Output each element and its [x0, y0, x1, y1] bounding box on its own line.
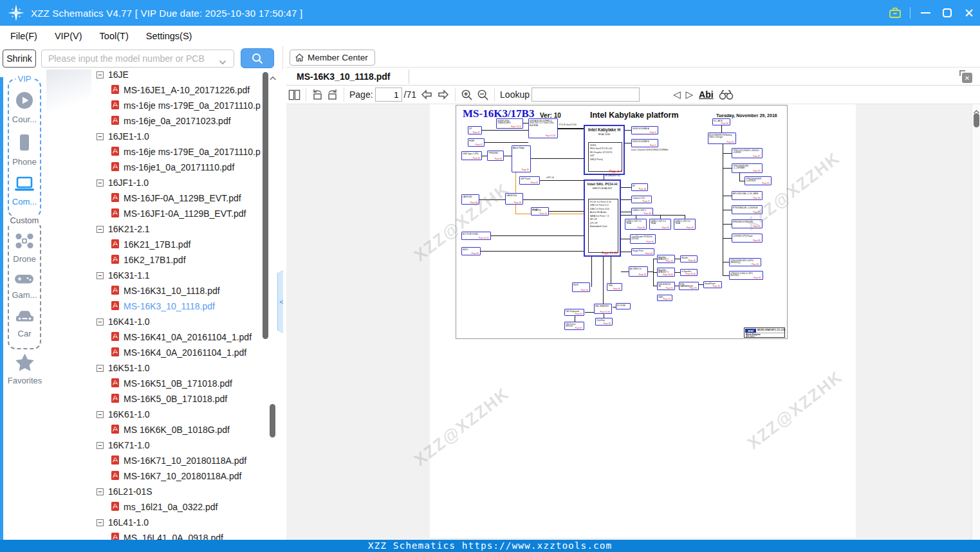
collapse-panel-handle[interactable]: <: [277, 268, 283, 335]
page-ref: Page 85: [763, 182, 770, 184]
tree-file[interactable]: MS-16K5_0B_171018.pdf: [97, 391, 261, 407]
member-center-button[interactable]: Member Center: [290, 50, 375, 66]
viewer-scrollbar[interactable]: [972, 104, 980, 540]
rotate-left-button[interactable]: [311, 89, 323, 100]
schematic-wire: [481, 251, 584, 252]
page-number-input[interactable]: [375, 87, 402, 102]
schematic-wire: [625, 143, 631, 143]
lookup-input[interactable]: [532, 87, 640, 102]
menu-settings-s[interactable]: Settings(S): [146, 31, 192, 41]
previous-page-button[interactable]: [420, 89, 433, 100]
close-document-button[interactable]: ✕: [959, 70, 972, 83]
panel-scrollbar-thumb[interactable]: [270, 404, 275, 437]
page-ref: Page 40: [666, 260, 673, 262]
tree-folder[interactable]: 16K51-1.0: [97, 360, 261, 376]
menu-tool-t[interactable]: Tool(T): [100, 31, 129, 41]
tree-file[interactable]: MS-16K3_10_1118.pdf: [97, 299, 261, 314]
tree-file[interactable]: MS 16K6K_0B_1018G.pdf: [97, 422, 261, 437]
scroll-up-icon[interactable]: [269, 72, 277, 84]
minimize-button[interactable]: [914, 0, 936, 26]
tree-file[interactable]: MS-16JF1-0A_1129B_EVT.pdf: [97, 206, 261, 221]
collapse-toggle-icon[interactable]: [97, 318, 104, 326]
collapse-toggle-icon[interactable]: [97, 272, 104, 279]
search-button[interactable]: [241, 48, 274, 68]
tree-file[interactable]: ms_16l21_0a_0322.pdf: [97, 499, 261, 515]
sidebar-item-drone[interactable]: Drone: [13, 232, 35, 264]
tree-folder[interactable]: 16JE1-1.0: [97, 129, 261, 144]
tree-scrollbar-thumb[interactable]: [263, 72, 268, 339]
tree-folder[interactable]: 16K61-1.0: [97, 407, 261, 422]
rotate-right-button[interactable]: [327, 89, 338, 100]
collapse-toggle-icon[interactable]: [97, 179, 104, 187]
sidebar-group-vip: VIPCour...PhoneCom...: [8, 78, 41, 217]
tree-item-label: MS-16K3_10_1118.pdf: [124, 301, 215, 311]
collapse-toggle-icon[interactable]: [97, 488, 104, 495]
status-bar: XZZ Schematics https://www.xzztools.com: [0, 540, 980, 552]
schematic-wire: [531, 158, 584, 159]
collapse-toggle-icon[interactable]: [97, 133, 104, 140]
tree-file[interactable]: MS-16K4_0A_20161104_1.pdf: [97, 345, 261, 360]
schematic-block-ddr4-sodimm-a: DDR4 SODIMM APage 8: [631, 126, 658, 134]
find-next-button[interactable]: ▷: [686, 89, 694, 100]
close-button[interactable]: ✕: [958, 0, 980, 26]
tree-file[interactable]: 16K2_17B1.pdf: [97, 252, 261, 268]
tree-file[interactable]: ms-16je_0a_20171023.pdf: [97, 113, 261, 129]
tree-file[interactable]: MS_16L41_0A_0918.pdf: [97, 530, 261, 540]
tree-file[interactable]: 16K21_17B1.pdf: [97, 237, 261, 252]
maximize-button[interactable]: [936, 0, 958, 26]
vip-briefcase-icon[interactable]: [884, 0, 906, 26]
tree-folder[interactable]: 16K21-2.1: [97, 221, 261, 237]
tree-file[interactable]: MS-16JF-0A_1129B_EVT.pdf: [97, 190, 261, 206]
shrink-button[interactable]: Shrink: [3, 50, 36, 68]
sidebar-item-cour[interactable]: Cour...: [12, 91, 37, 124]
sidebar-item-favorites[interactable]: Favorites: [3, 353, 46, 385]
tab-document[interactable]: MS-16K3_10_1118.pdf: [297, 71, 391, 82]
zoom-out-button[interactable]: [477, 89, 489, 101]
collapse-toggle-icon[interactable]: [97, 365, 104, 372]
tree-folder[interactable]: 16JE: [97, 69, 261, 82]
tree-folder[interactable]: 16K71-1.0: [97, 437, 261, 453]
tree-folder[interactable]: 16JF1-1.0: [97, 175, 261, 190]
schematic-block-led-keyboard: LED KeyboardPage 59: [564, 309, 584, 316]
zoom-in-button[interactable]: [461, 89, 473, 101]
next-page-button[interactable]: [437, 89, 450, 100]
tree-file[interactable]: ms-16je1_0a_20171110.pdf: [97, 160, 261, 175]
search-input[interactable]: [41, 50, 234, 68]
schematic-wire: [621, 199, 631, 200]
sidebar-item-car[interactable]: Car: [14, 309, 35, 338]
tree-file[interactable]: MS-16JE1_A-10_20171226.pdf: [97, 82, 261, 98]
collapse-toggle-icon[interactable]: [97, 71, 104, 78]
tree-file[interactable]: MS-16K71_10_20180118A.pdf: [97, 453, 261, 468]
tree-file[interactable]: MS-16K51_0B_171018.pdf: [97, 376, 261, 391]
page-ref: Page 36: [690, 287, 697, 289]
pdf-icon: [111, 532, 120, 540]
chevron-down-icon[interactable]: [219, 56, 227, 68]
pdf-icon: [111, 347, 120, 359]
menu-file-f[interactable]: File(F): [10, 31, 37, 41]
tree-folder[interactable]: 16L41-1.0: [97, 515, 261, 530]
tree-file[interactable]: ms-16je ms-179E_0a_20171110.p: [97, 144, 261, 160]
tree-folder[interactable]: 16K31-1.1: [97, 268, 261, 283]
menu-vip-v[interactable]: VIP(V): [55, 31, 82, 41]
collapse-toggle-icon[interactable]: [97, 519, 104, 526]
pch-page-ref: Page 21-24: [602, 252, 618, 255]
sidebar-item-phone[interactable]: Phone: [12, 133, 37, 167]
sidebar-item-gam[interactable]: Gam...: [12, 273, 37, 300]
tree-folder[interactable]: 16L21-01S: [97, 484, 261, 499]
find-previous-button[interactable]: ◁: [673, 89, 681, 100]
match-case-button[interactable]: Abi: [699, 89, 714, 100]
schematic-date: Tuesday, November 29, 2016: [716, 113, 777, 118]
tree-item-label: ms_16l21_0a_0322.pdf: [124, 502, 217, 512]
collapse-toggle-icon[interactable]: [97, 411, 104, 418]
two-page-view-button[interactable]: [288, 89, 300, 101]
tree-file[interactable]: MS-16K31_10_1118.pdf: [97, 283, 261, 299]
collapse-toggle-icon[interactable]: [97, 226, 104, 233]
binoculars-search-icon[interactable]: [719, 89, 734, 100]
tree-folder[interactable]: 16K41-1.0: [97, 314, 261, 329]
tree-file[interactable]: MS-16K7_10_20180118A.pdf: [97, 468, 261, 484]
tree-file[interactable]: ms-16je ms-179E_0a_20171110.p: [97, 98, 261, 113]
tree-file[interactable]: MS-16K41_0A_20161104_1.pdf: [97, 329, 261, 345]
viewer-scrollbar-thumb[interactable]: [974, 113, 979, 127]
sidebar-item-com[interactable]: Com...: [12, 176, 37, 207]
collapse-toggle-icon[interactable]: [97, 442, 104, 449]
